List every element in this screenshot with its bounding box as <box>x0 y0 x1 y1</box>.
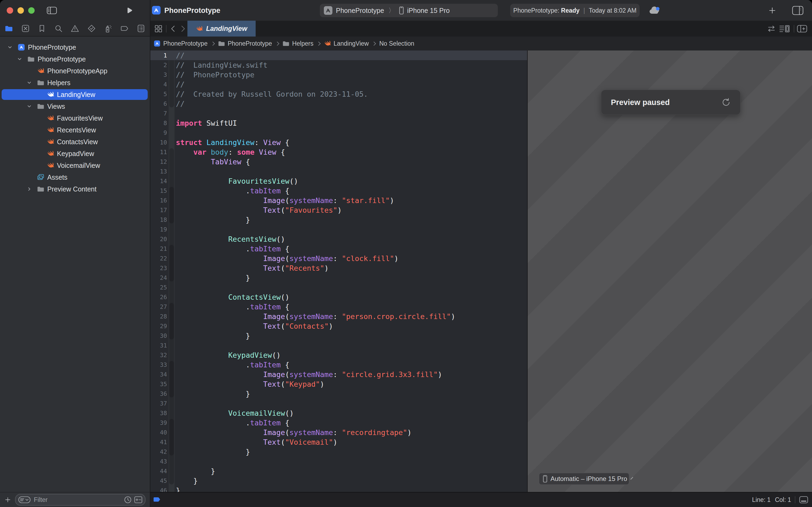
disclosure-chevron-down-icon[interactable] <box>27 104 32 109</box>
line-number[interactable]: 22 <box>151 255 169 262</box>
tree-item-favouritesview[interactable]: FavouritesView <box>2 113 148 123</box>
line-number[interactable]: 35 <box>151 381 169 388</box>
line-number[interactable]: 23 <box>151 265 169 272</box>
breadcrumb-item[interactable]: Helpers <box>292 40 313 47</box>
line-number[interactable]: 14 <box>151 178 169 184</box>
line-number[interactable]: 45 <box>151 477 169 484</box>
minimize-window-button[interactable] <box>17 7 24 14</box>
scheme-project[interactable]: PhonePrototype <box>336 7 384 14</box>
line-number[interactable]: 41 <box>151 439 169 446</box>
issues-navigator-icon[interactable] <box>71 24 79 33</box>
add-editor-icon[interactable] <box>797 25 807 33</box>
line-number[interactable]: 20 <box>151 236 169 242</box>
breadcrumb-item[interactable]: LandingView <box>334 40 369 47</box>
line-number[interactable]: 38 <box>151 410 169 416</box>
line-number[interactable]: 9 <box>151 129 169 136</box>
line-number[interactable]: 1 <box>151 52 169 59</box>
line-number[interactable]: 40 <box>151 429 169 436</box>
line-number[interactable]: 39 <box>151 419 169 426</box>
back-icon[interactable] <box>170 25 176 32</box>
line-number[interactable]: 37 <box>151 400 169 407</box>
line-number[interactable]: 11 <box>151 149 169 156</box>
line-number[interactable]: 25 <box>151 284 169 291</box>
tree-item-voicemailview[interactable]: VoicemailView <box>2 160 148 171</box>
line-number[interactable]: 28 <box>151 313 169 320</box>
forward-icon[interactable] <box>180 25 186 32</box>
scheme-selector[interactable]: PhonePrototype 〉 iPhone 15 Pro <box>320 4 498 17</box>
line-number[interactable]: 19 <box>151 226 169 233</box>
source-editor[interactable]: 1//2// LandingView.swift3// PhonePrototy… <box>151 51 527 492</box>
line-number[interactable]: 32 <box>151 352 169 358</box>
bookmarks-navigator-icon[interactable] <box>38 24 46 33</box>
disclosure-chevron-down-icon[interactable] <box>27 80 32 85</box>
add-file-button[interactable] <box>4 496 11 503</box>
breadcrumb-item[interactable]: PhonePrototype <box>163 40 208 47</box>
line-number[interactable]: 17 <box>151 207 169 214</box>
tab-landingview[interactable]: LandingView <box>187 21 255 37</box>
line-number[interactable]: 3 <box>151 71 169 78</box>
editor-layout-icon[interactable] <box>799 496 808 504</box>
tree-item-assets[interactable]: Assets <box>2 172 148 183</box>
line-number[interactable]: 42 <box>151 448 169 455</box>
line-number[interactable]: 31 <box>151 342 169 349</box>
line-number[interactable]: 34 <box>151 371 169 378</box>
breadcrumb-item[interactable]: PhonePrototype <box>228 40 272 47</box>
filter-field[interactable] <box>15 494 146 506</box>
filter-input[interactable] <box>33 496 121 504</box>
inspector-toggle-icon[interactable] <box>792 6 803 15</box>
run-button[interactable] <box>126 7 133 14</box>
preview-device-selector[interactable]: Automatic – iPhone 15 Pro <box>539 472 629 485</box>
line-number[interactable]: 44 <box>151 468 169 474</box>
line-number[interactable]: 36 <box>151 390 169 397</box>
disclosure-chevron-right-icon[interactable] <box>27 187 32 191</box>
tree-item-phoneprototype[interactable]: PhonePrototype <box>2 54 148 64</box>
tree-item-landingview[interactable]: LandingView <box>2 89 148 100</box>
line-number[interactable]: 6 <box>151 101 169 107</box>
scheme-destination[interactable]: iPhone 15 Pro <box>407 7 450 14</box>
tree-item-contactsview[interactable]: ContactsView <box>2 136 148 147</box>
sidebar-toggle-icon[interactable] <box>47 7 57 14</box>
refresh-icon[interactable] <box>721 98 731 107</box>
project-navigator-icon[interactable] <box>5 24 13 33</box>
line-number[interactable]: 16 <box>151 197 169 204</box>
line-number[interactable]: 18 <box>151 216 169 223</box>
close-window-button[interactable] <box>7 7 13 14</box>
filter-icon[interactable] <box>18 496 31 503</box>
line-number[interactable]: 27 <box>151 303 169 310</box>
tree-item-phoneprototypeapp[interactable]: PhonePrototypeApp <box>2 65 148 76</box>
line-number[interactable]: 7 <box>151 110 169 117</box>
tree-item-recentsview[interactable]: RecentsView <box>2 125 148 135</box>
zoom-window-button[interactable] <box>28 7 35 14</box>
line-number[interactable]: 10 <box>151 139 169 146</box>
debug-navigator-icon[interactable] <box>104 24 112 33</box>
breadcrumb-item[interactable]: No Selection <box>379 40 414 47</box>
line-number[interactable]: 5 <box>151 91 169 98</box>
line-number[interactable]: 29 <box>151 323 169 330</box>
line-number[interactable]: 2 <box>151 62 169 68</box>
line-number[interactable]: 21 <box>151 245 169 252</box>
canvas-divider[interactable] <box>527 51 528 492</box>
tree-item-keypadview[interactable]: KeypadView <box>2 148 148 159</box>
line-number[interactable]: 24 <box>151 274 169 281</box>
add-tab-button[interactable] <box>768 6 776 15</box>
breakpoints-navigator-icon[interactable] <box>121 24 129 33</box>
tree-item-preview-content[interactable]: Preview Content <box>2 184 148 194</box>
tree-item-phoneprototype[interactable]: PhonePrototype <box>2 42 148 53</box>
line-number[interactable]: 26 <box>151 294 169 300</box>
tests-navigator-icon[interactable] <box>88 24 96 33</box>
line-number[interactable]: 30 <box>151 332 169 339</box>
find-navigator-icon[interactable] <box>55 24 63 33</box>
breakpoints-toggle-icon[interactable] <box>153 497 161 502</box>
related-items-icon[interactable] <box>155 25 162 33</box>
line-number[interactable]: 12 <box>151 158 169 165</box>
line-number[interactable]: 46 <box>151 487 169 492</box>
reports-navigator-icon[interactable] <box>137 24 145 33</box>
navigator-divider[interactable] <box>150 0 151 507</box>
line-number[interactable]: 43 <box>151 458 169 465</box>
line-number[interactable]: 15 <box>151 187 169 194</box>
tree-item-views[interactable]: Views <box>2 101 148 112</box>
code-review-icon[interactable] <box>767 25 776 32</box>
disclosure-chevron-down-icon[interactable] <box>17 57 22 61</box>
line-number[interactable]: 8 <box>151 120 169 126</box>
disclosure-chevron-down-icon[interactable] <box>7 45 12 50</box>
